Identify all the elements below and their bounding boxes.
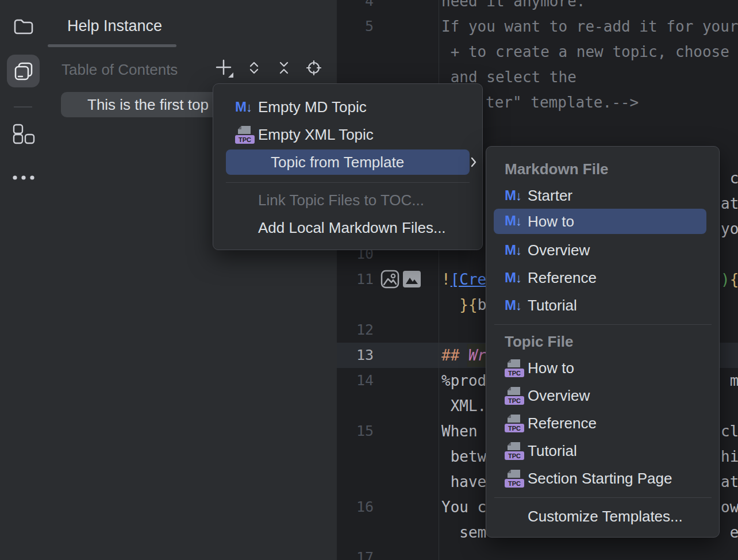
- submenu-item-customize-templates[interactable]: Customize Templates...: [486, 503, 719, 530]
- structure-tool-button[interactable]: [7, 115, 40, 148]
- panel-title: Help Instance: [67, 17, 162, 35]
- menu-item-topic-from-template[interactable]: Topic from Template: [226, 149, 470, 175]
- svg-text:TPC: TPC: [239, 136, 251, 143]
- code-fragment: m: [721, 368, 738, 393]
- topic-file-icon: TPC: [505, 386, 528, 405]
- collapse-all-button[interactable]: [274, 57, 294, 78]
- code-line[interactable]: 5If you want to re-add it for your: [337, 14, 738, 39]
- code-text: If you want to re-add it for your: [441, 14, 738, 39]
- code-fragment: e: [721, 520, 738, 545]
- toc-tree-item-label: This is the first top: [87, 96, 209, 114]
- submenu-header-topic-file: Topic File: [505, 333, 573, 351]
- code-line[interactable]: 4need it anymore.: [337, 0, 738, 14]
- code-line[interactable]: + to create a new topic, choose: [337, 39, 738, 64]
- line-number: 12: [337, 317, 374, 343]
- activity-bar: [0, 0, 47, 560]
- code-fragment: ow: [721, 494, 738, 520]
- toc-section-title: Table of Contents: [62, 61, 178, 79]
- structure-icon: [10, 119, 37, 144]
- line-number: 13: [337, 343, 374, 368]
- code-fragment: his: [721, 444, 738, 469]
- topic-file-icon: TPC: [505, 358, 528, 378]
- svg-text:TPC: TPC: [508, 480, 521, 487]
- line-number: 15: [337, 419, 374, 444]
- svg-text:TPC: TPC: [508, 425, 521, 432]
- collapse-all-icon: [276, 60, 292, 76]
- submenu-item-tutorial-tpc[interactable]: TPC Tutorial: [486, 437, 719, 465]
- svg-text:TPC: TPC: [508, 452, 521, 459]
- code-text: have: [441, 469, 486, 494]
- code-text: ter" template.-->: [486, 90, 639, 115]
- line-number: 4: [337, 0, 374, 14]
- submenu-item-overview-tpc[interactable]: TPC Overview: [486, 382, 719, 409]
- progress-bar: [48, 44, 176, 47]
- submenu-chevron-icon: [470, 156, 477, 168]
- more-icon: [10, 173, 37, 182]
- code-text: XML.: [441, 393, 486, 419]
- project-tool-button[interactable]: [7, 10, 40, 43]
- code-text: You c: [441, 494, 486, 520]
- submenu-item-starter[interactable]: M↓ Starter: [486, 182, 719, 209]
- code-fragment: cl: [721, 419, 738, 444]
- markdown-file-icon: M↓: [505, 270, 528, 286]
- submenu-item-section-starting-page[interactable]: TPC Section Starting Page: [486, 465, 719, 492]
- markdown-file-icon: M↓: [505, 242, 528, 258]
- topic-file-icon: TPC: [505, 413, 528, 433]
- menu-item-empty-md-topic[interactable]: M↓ Empty MD Topic: [213, 93, 482, 121]
- markdown-file-icon: M↓: [505, 297, 528, 313]
- activity-divider: [14, 106, 32, 108]
- code-fragment: at: [721, 469, 738, 494]
- code-text: betw: [441, 444, 486, 469]
- code-text: need it anymore.: [441, 0, 585, 14]
- submenu-item-tutorial-md[interactable]: M↓ Tutorial: [486, 291, 719, 319]
- gutter-image-icons[interactable]: [380, 270, 421, 289]
- code-text: %prod: [441, 368, 486, 393]
- svg-text:TPC: TPC: [508, 397, 521, 404]
- svg-text:TPC: TPC: [508, 370, 521, 377]
- add-topic-button[interactable]: [213, 57, 234, 78]
- target-icon: [306, 60, 322, 76]
- line-number: 17: [337, 545, 374, 560]
- submenu-item-overview-md[interactable]: M↓ Overview: [486, 236, 719, 264]
- topic-file-icon: TPC: [235, 125, 258, 144]
- code-line[interactable]: 17: [337, 545, 738, 560]
- submenu-item-how-to-md[interactable]: M↓ How to: [494, 209, 706, 234]
- markdown-file-icon: M↓: [505, 187, 528, 204]
- new-topic-context-menu: M↓ Empty MD Topic TPC Empty XML Topic To…: [213, 83, 483, 250]
- code-text: sem: [441, 520, 486, 545]
- locate-button[interactable]: [303, 57, 324, 78]
- topics-tool-button[interactable]: [7, 55, 40, 87]
- app-window: 4need it anymore.5If you want to re-add …: [0, 0, 738, 560]
- code-fragment: yo: [721, 216, 738, 241]
- folder-icon: [12, 15, 35, 38]
- submenu-separator: [494, 324, 712, 325]
- topic-file-icon: TPC: [505, 469, 528, 488]
- expand-all-button[interactable]: [244, 57, 264, 78]
- topic-from-template-submenu: Markdown File M↓ Starter M↓ How to M↓ Ov…: [486, 146, 720, 538]
- plus-dropdown-icon: [213, 57, 234, 79]
- code-fragment: ){: [721, 267, 738, 292]
- menu-item-add-local-markdown[interactable]: Add Local Markdown Files...: [213, 214, 482, 241]
- line-number: 14: [337, 368, 374, 393]
- image-outline-icon: [380, 270, 399, 289]
- submenu-item-reference-tpc[interactable]: TPC Reference: [486, 409, 719, 437]
- markdown-file-icon: M↓: [235, 99, 258, 115]
- menu-separator: [226, 182, 470, 183]
- submenu-item-how-to-tpc[interactable]: TPC How to: [486, 354, 719, 382]
- more-tool-windows-button[interactable]: [7, 161, 40, 194]
- submenu-separator: [494, 497, 712, 498]
- code-text: ## Wr: [441, 343, 486, 368]
- submenu-header-markdown-file: Markdown File: [505, 160, 609, 178]
- line-number: 5: [337, 14, 374, 39]
- code-text: When: [441, 419, 486, 444]
- expand-all-icon: [246, 60, 262, 76]
- code-fragment: at: [721, 191, 738, 216]
- menu-item-empty-xml-topic[interactable]: TPC Empty XML Topic: [213, 121, 482, 148]
- image-filled-icon: [403, 271, 421, 287]
- code-text: + to create a new topic, choose: [441, 39, 738, 64]
- line-number: 16: [337, 494, 374, 520]
- submenu-item-reference-md[interactable]: M↓ Reference: [486, 264, 719, 291]
- topic-file-icon: TPC: [505, 441, 528, 461]
- topics-icon: [12, 60, 35, 83]
- code-fragments-right-of-menu: catyo){ mclhisatow e: [720, 0, 738, 560]
